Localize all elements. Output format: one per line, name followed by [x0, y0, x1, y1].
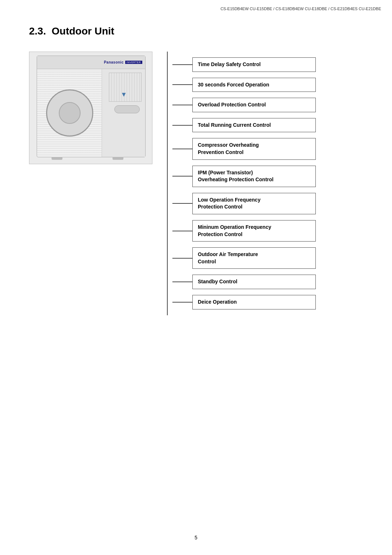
item-label-overload: Overload Protection Control — [192, 98, 316, 112]
list-item: Outdoor Air Temperature Control — [172, 247, 363, 269]
item-label-total-running: Total Running Current Control — [192, 118, 316, 133]
control-button — [114, 105, 140, 113]
list-item: Standby Control — [172, 275, 363, 289]
items-list: Time Delay Safety Control 30 seconds For… — [172, 52, 363, 315]
connector-line — [172, 258, 192, 259]
connector-line — [172, 176, 192, 177]
list-item: 30 seconds Forced Operation — [172, 78, 363, 92]
item-label-ipm: IPM (Power Transistor) Overheating Prote… — [192, 166, 316, 187]
item-label-standby: Standby Control — [192, 275, 316, 289]
item-label-low-freq: Low Operation Frequency Protection Contr… — [192, 193, 316, 214]
image-section: Panasonic INVERTER ▼ — [29, 52, 152, 315]
inverter-badge: INVERTER — [125, 61, 142, 64]
list-item: Overload Protection Control — [172, 98, 363, 112]
item-label-compressor-overheat: Compressor Overheating Prevention Contro… — [192, 138, 316, 159]
item-label-deice: Deice Operation — [192, 295, 316, 309]
connector-line — [172, 84, 192, 85]
item-label-min-freq: Mininum Operation Frequency Protection C… — [192, 220, 316, 242]
list-item: Mininum Operation Frequency Protection C… — [172, 220, 363, 242]
document-header: CS-E15DB4EW CU-E15DBE / CS-E18DB4EW CU-E… — [220, 7, 381, 11]
diagram-container: Panasonic INVERTER ▼ — [29, 52, 363, 315]
connector-line — [172, 105, 192, 105]
connector-line — [172, 64, 192, 65]
connector-line — [172, 125, 192, 126]
list-item: IPM (Power Transistor) Overheating Prote… — [172, 166, 363, 187]
list-item: Compressor Overheating Prevention Contro… — [172, 138, 363, 159]
list-item: Total Running Current Control — [172, 118, 363, 133]
outdoor-unit-image: Panasonic INVERTER ▼ — [29, 52, 152, 164]
bracket-and-items: Time Delay Safety Control 30 seconds For… — [152, 52, 363, 315]
panasonic-logo: Panasonic — [104, 60, 124, 64]
list-item: Time Delay Safety Control — [172, 57, 363, 72]
connector-line — [172, 149, 192, 149]
connector-line — [172, 302, 192, 303]
page-number: 5 — [195, 535, 197, 540]
arrow-icon: ▼ — [121, 91, 127, 98]
connector-line — [172, 203, 192, 204]
item-label-outdoor-air: Outdoor Air Temperature Control — [192, 247, 316, 269]
bracket-structure — [152, 52, 172, 315]
item-label-30sec: 30 seconds Forced Operation — [192, 78, 316, 92]
list-item: Low Operation Frequency Protection Contr… — [172, 193, 363, 214]
section-title: 2.3. Outdoor Unit — [29, 25, 363, 37]
item-label-time-delay: Time Delay Safety Control — [192, 57, 316, 72]
connector-line — [172, 231, 192, 231]
connector-line — [172, 281, 192, 282]
list-item: Deice Operation — [172, 295, 363, 309]
